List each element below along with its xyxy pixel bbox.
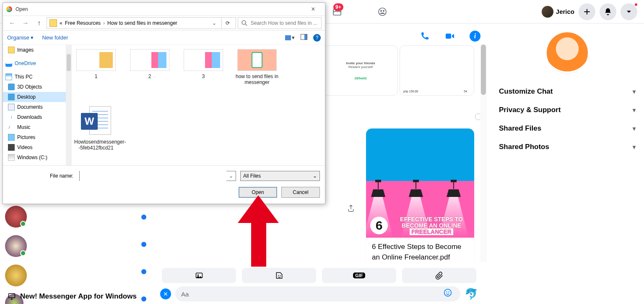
profile-pill[interactable]: Jerico <box>542 6 574 18</box>
nav-up-button[interactable]: ↑ <box>33 17 45 29</box>
contact-avatar[interactable] <box>5 265 27 286</box>
dialog-address-bar: ← → ↑ « Free Resources › How to send fil… <box>3 16 325 31</box>
tree-windows-c[interactable]: Windows (C:) <box>3 152 66 162</box>
scrollbar[interactable] <box>480 45 487 262</box>
chevron-down-icon: ▾ <box>633 88 636 95</box>
tree-pictures[interactable]: Pictures <box>3 132 66 142</box>
word-doc-icon: W <box>81 106 111 136</box>
chevron-right-icon: › <box>103 20 105 26</box>
svg-point-8 <box>444 289 452 296</box>
breadcrumb-part[interactable]: How to send files in messenger <box>107 20 177 26</box>
file-card-title: 6 Effective Steps to Become an Online Fr… <box>372 242 468 262</box>
file-item[interactable]: 3 <box>182 49 225 79</box>
filename-dropdown[interactable]: ⌄ <box>226 173 236 179</box>
messenger-app-promo[interactable]: New! Messenger App for Windows <box>8 292 137 301</box>
dialog-titlebar[interactable]: Open × <box>3 3 325 16</box>
chevron-down-icon: ▾ <box>633 144 636 150</box>
details-item-label: Customize Chat <box>499 87 553 96</box>
chat-info-icon[interactable]: i <box>467 29 483 44</box>
pictures-icon <box>8 134 15 141</box>
tree-music[interactable]: ♪Music <box>3 122 66 132</box>
conversation-details: Customize Chat▾ Privacy & Support▾ Share… <box>491 24 644 162</box>
filename-label: File name: <box>8 173 75 179</box>
unread-dot-icon <box>141 242 146 247</box>
gallery-image-2[interactable]: Invite your friends Reward yourself 285w… <box>323 45 398 96</box>
tree-3dobjects[interactable]: 3D Objects <box>3 82 66 92</box>
voice-call-icon[interactable] <box>417 29 432 44</box>
folder-icon <box>49 19 57 27</box>
video-call-icon[interactable] <box>442 29 457 44</box>
breadcrumb-part[interactable]: Free Resources <box>65 20 101 26</box>
details-shared-photos[interactable]: Shared Photos▾ <box>498 138 636 156</box>
details-privacy-support[interactable]: Privacy & Support▾ <box>498 101 636 119</box>
pc-icon <box>5 73 12 80</box>
refresh-button[interactable]: ⟳ <box>221 17 233 29</box>
conversation-avatar[interactable] <box>546 32 588 74</box>
new-folder-button[interactable]: New folder <box>42 34 68 41</box>
file-list[interactable]: 1 2 3 how to send files in messenger W H… <box>72 45 325 165</box>
account-menu-button[interactable] <box>621 3 637 20</box>
details-shared-files[interactable]: Shared Files▾ <box>498 119 636 138</box>
filetype-select[interactable]: All Files⌄ <box>240 171 320 181</box>
forward-icon[interactable] <box>347 204 358 216</box>
open-button[interactable]: Open <box>239 187 277 198</box>
file-item[interactable]: 1 <box>74 49 118 79</box>
gallery3-count: 54 <box>464 90 467 93</box>
nav-forward-button[interactable]: → <box>20 17 31 29</box>
tree-documents[interactable]: Documents <box>3 102 66 112</box>
attach-gif-button[interactable]: GIF <box>322 268 396 283</box>
chevron-down-icon: ▾ <box>633 125 636 132</box>
desktop-icon <box>8 94 15 100</box>
help-icon[interactable]: ? <box>313 34 321 42</box>
organise-menu[interactable]: Organise ▾ <box>7 34 34 41</box>
tree-images[interactable]: Images <box>3 45 66 55</box>
quick-reaction-button[interactable]: 🐬 <box>465 288 478 301</box>
file-item[interactable]: 2 <box>128 49 171 79</box>
attach-file-button[interactable] <box>402 268 476 283</box>
dialog-command-bar: Organise ▾ New folder ▾ ? <box>3 31 325 45</box>
tree-desktop[interactable]: Desktop <box>3 92 66 102</box>
contact-avatar[interactable] <box>5 235 27 257</box>
dialog-close-button[interactable]: × <box>305 5 322 13</box>
view-mode-button[interactable]: ▾ <box>285 34 295 42</box>
breadcrumb-ellipsis: « <box>60 20 62 26</box>
attach-sticker-button[interactable] <box>242 268 316 283</box>
thumb-number: 6 <box>370 217 388 234</box>
unread-indicators <box>141 215 146 301</box>
contact-avatars <box>5 206 27 304</box>
tree-videos[interactable]: Videos <box>3 142 66 152</box>
file-item[interactable]: W Howtosendmessenger--5feb412fbcd21 <box>74 106 118 151</box>
groups-icon[interactable] <box>377 6 388 18</box>
tree-downloads[interactable]: ↓Downloads <box>3 112 66 122</box>
preview-pane-button[interactable] <box>301 34 307 40</box>
filename-input[interactable] <box>80 171 226 181</box>
svg-rect-3 <box>446 34 451 39</box>
gallery-image-3[interactable]: php 150.00 54 <box>400 45 474 96</box>
emoji-picker-icon[interactable] <box>444 288 454 299</box>
tree-onedrive[interactable]: OneDrive <box>3 58 66 68</box>
composer-collapse-button[interactable] <box>160 288 171 299</box>
unread-dot-icon <box>141 269 146 274</box>
message-input[interactable]: Aa <box>175 286 460 301</box>
gallery2-line1: Invite your friends <box>346 61 375 65</box>
details-customize-chat[interactable]: Customize Chat▾ <box>498 82 636 101</box>
contact-avatar[interactable] <box>5 206 27 228</box>
breadcrumb-dropdown[interactable]: ⌄ <box>210 20 219 26</box>
tree-thispc[interactable]: This PC <box>3 72 66 82</box>
cancel-button[interactable]: Cancel <box>281 187 320 198</box>
music-icon: ♪ <box>8 124 15 131</box>
create-button[interactable] <box>579 3 595 20</box>
breadcrumb[interactable]: « Free Resources › How to send files in … <box>47 17 236 29</box>
details-item-label: Shared Photos <box>499 143 549 151</box>
folder-icon <box>8 47 15 53</box>
file-link-card[interactable]: 6 EFFECTIVE STEPS TO BECOME AN ONLINE FR… <box>366 128 474 262</box>
dialog-search-input[interactable]: Search How to send files in ... <box>238 17 322 29</box>
notifications-button[interactable] <box>600 3 616 20</box>
details-item-label: Privacy & Support <box>499 106 561 114</box>
file-item[interactable]: how to send files in messenger <box>235 49 279 85</box>
videos-icon <box>8 144 15 151</box>
attach-photo-button[interactable] <box>162 268 236 283</box>
tree-scrollbar[interactable] <box>66 45 72 165</box>
account-menu-badge <box>634 3 638 7</box>
nav-back-button[interactable]: ← <box>6 17 18 29</box>
